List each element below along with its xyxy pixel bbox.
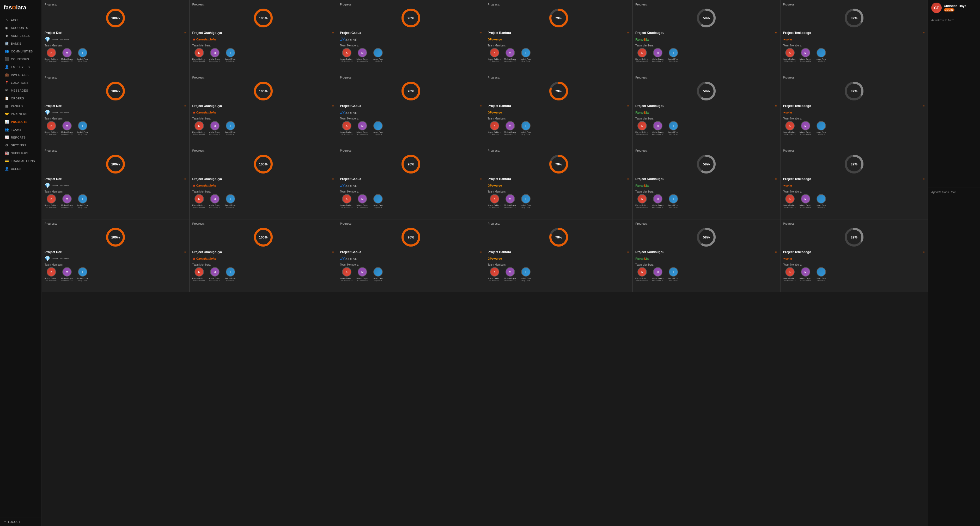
sidebar-item-partners[interactable]: 🤝PARTNERS bbox=[1, 110, 40, 118]
member-role: Help Desk bbox=[817, 60, 825, 62]
sidebar-item-accueil[interactable]: ⌂ACCUEIL bbox=[1, 16, 40, 24]
project-card: Progress: 100% Project Ouahigouya ✏ 🍁 Ca… bbox=[189, 73, 337, 146]
sidebar-item-messages[interactable]: ✉MESSAGES bbox=[1, 87, 40, 94]
edit-icon[interactable]: ✏ bbox=[775, 31, 778, 35]
team-member: K Koren Bullivent HR Assistant I bbox=[192, 121, 206, 135]
team-member: K Koren Bullivent HR Assistant I bbox=[488, 121, 501, 135]
edit-icon[interactable]: ✏ bbox=[184, 177, 187, 181]
member-name: Koren Bullivent bbox=[783, 131, 797, 133]
sidebar-item-employees[interactable]: 👤EMPLOYEES bbox=[1, 63, 40, 71]
edit-icon[interactable]: ✏ bbox=[923, 104, 925, 108]
team-member: M Misha Guyer Accountant IV bbox=[356, 267, 369, 281]
team-members-row: K Koren Bullivent HR Assistant I M Misha… bbox=[783, 121, 925, 135]
edit-icon[interactable]: ✏ bbox=[775, 104, 778, 108]
logout-button[interactable]: ↩ LOGOUT bbox=[0, 517, 41, 526]
member-role: HR Assistant I bbox=[46, 133, 57, 135]
avatar: I bbox=[226, 267, 235, 277]
sidebar-item-users[interactable]: 👤USERS bbox=[1, 165, 40, 172]
member-role: Help Desk bbox=[78, 133, 87, 135]
edit-icon[interactable]: ✏ bbox=[627, 31, 630, 35]
sidebar-item-teams[interactable]: 👥TEAMS bbox=[1, 126, 40, 133]
team-member: M Misha Guyer Accountant IV bbox=[60, 48, 74, 62]
team-members-label: Team Members: bbox=[340, 190, 482, 193]
edit-icon[interactable]: ✏ bbox=[332, 31, 334, 35]
project-logo: GPowergo bbox=[488, 109, 630, 116]
team-member: I Isabel Pear Help Desk bbox=[815, 194, 828, 208]
project-logo: ReneSla bbox=[635, 255, 778, 262]
member-role: HR Assistant I bbox=[489, 133, 500, 135]
sidebar-item-reports[interactable]: 📈REPORTS bbox=[1, 134, 40, 141]
sidebar-item-projects[interactable]: 📊PROJECTS bbox=[1, 118, 40, 126]
member-role: Help Desk bbox=[522, 206, 530, 208]
team-members-label: Team Members: bbox=[635, 44, 778, 47]
team-member: M Misha Guyer Accountant IV bbox=[651, 121, 665, 135]
edit-icon[interactable]: ✏ bbox=[923, 31, 925, 35]
sidebar-item-countries[interactable]: ⬛COUNTRIES bbox=[1, 55, 40, 63]
project-logo: JASOLAR bbox=[340, 36, 482, 43]
team-members-row: K Koren Bullivent HR Assistant I M Misha… bbox=[783, 194, 925, 208]
project-title: Project Ouahigouya bbox=[192, 31, 222, 35]
edit-icon[interactable]: ✏ bbox=[775, 250, 778, 254]
team-members-label: Team Members: bbox=[488, 263, 630, 266]
sidebar-item-banks[interactable]: 🏦BANKS bbox=[1, 40, 40, 47]
avatar: K bbox=[785, 48, 795, 57]
avatar: I bbox=[373, 267, 383, 277]
project-card: Progress: 100% Project Ouahigouya ✏ 🍁 Ca… bbox=[189, 219, 337, 292]
avatar: K bbox=[638, 267, 647, 277]
progress-circle: 100% bbox=[45, 154, 187, 175]
sidebar-item-accounts[interactable]: ◉ACCOUNTS bbox=[1, 24, 40, 32]
edit-icon[interactable]: ✏ bbox=[332, 177, 334, 181]
edit-icon[interactable]: ✏ bbox=[923, 250, 925, 254]
sidebar-item-locations[interactable]: 📍LOCATIONS bbox=[1, 79, 40, 86]
team-members-row: K Koren Bullivent HR Assistant I M Misha… bbox=[45, 194, 187, 208]
edit-icon[interactable]: ✏ bbox=[332, 250, 334, 254]
sidebar-item-addresses[interactable]: ◆ADDRESSES bbox=[1, 32, 40, 40]
team-member: M Misha Guyer Accountant IV bbox=[356, 121, 369, 135]
progress-label: Progress: bbox=[488, 76, 630, 79]
member-name: Isabel Pear bbox=[224, 277, 237, 279]
edit-icon[interactable]: ✏ bbox=[184, 31, 187, 35]
edit-icon[interactable]: ✏ bbox=[627, 177, 630, 181]
avatar: I bbox=[521, 48, 531, 57]
edit-icon[interactable]: ✏ bbox=[480, 250, 482, 254]
edit-icon[interactable]: ✏ bbox=[627, 104, 630, 108]
member-name: Koren Bullivent bbox=[488, 58, 501, 60]
edit-icon[interactable]: ✏ bbox=[923, 177, 925, 181]
member-role: Help Desk bbox=[374, 60, 382, 62]
member-role: HR Assistant I bbox=[193, 60, 205, 62]
sidebar-item-orders[interactable]: 📋ORDERS bbox=[1, 94, 40, 102]
team-members-label: Team Members: bbox=[192, 44, 334, 47]
team-member: K Koren Bullivent HR Assistant I bbox=[45, 121, 58, 135]
member-name: Isabel Pear bbox=[76, 204, 89, 206]
team-member: M Misha Guyer Accountant IV bbox=[651, 48, 665, 62]
progress-label: Progress: bbox=[340, 3, 482, 6]
avatar: I bbox=[226, 194, 235, 204]
edit-icon[interactable]: ✏ bbox=[775, 177, 778, 181]
edit-icon[interactable]: ✏ bbox=[184, 250, 187, 254]
sidebar-item-investors[interactable]: 💼INVESTORS bbox=[1, 71, 40, 78]
team-member: M Misha Guyer Accountant IV bbox=[208, 48, 221, 62]
team-member: I Isabel Pear Help Desk bbox=[519, 194, 533, 208]
avatar: M bbox=[358, 48, 367, 57]
project-title: Project Tenkodogo bbox=[783, 177, 811, 181]
edit-icon[interactable]: ✏ bbox=[480, 31, 482, 35]
edit-icon[interactable]: ✏ bbox=[184, 104, 187, 108]
member-name: Isabel Pear bbox=[224, 131, 237, 133]
project-logo: 🍁 CanadianSolar bbox=[192, 109, 334, 116]
member-role: Help Desk bbox=[817, 133, 825, 135]
edit-icon[interactable]: ✏ bbox=[480, 104, 482, 108]
member-name: Koren Bullivent bbox=[45, 277, 58, 279]
project-logo: ★solar bbox=[783, 109, 925, 116]
progress-label: Progress: bbox=[45, 76, 187, 79]
edit-icon[interactable]: ✏ bbox=[627, 250, 630, 254]
avatar: I bbox=[373, 48, 383, 57]
sidebar-item-settings[interactable]: ⚙SETTINGS bbox=[1, 142, 40, 149]
edit-icon[interactable]: ✏ bbox=[332, 104, 334, 108]
sidebar-item-suppliers[interactable]: 🏭SUPPLIERS bbox=[1, 149, 40, 157]
sidebar-item-transactions[interactable]: 💳TRANSACTIONS bbox=[1, 157, 40, 165]
logout-label: LOGOUT bbox=[8, 520, 20, 523]
sidebar-item-communities[interactable]: 👥COMMUNITIES bbox=[1, 48, 40, 55]
team-member: K Koren Bullivent HR Assistant I bbox=[783, 121, 797, 135]
edit-icon[interactable]: ✏ bbox=[480, 177, 482, 181]
sidebar-item-panels[interactable]: ▦PANELS bbox=[1, 102, 40, 110]
